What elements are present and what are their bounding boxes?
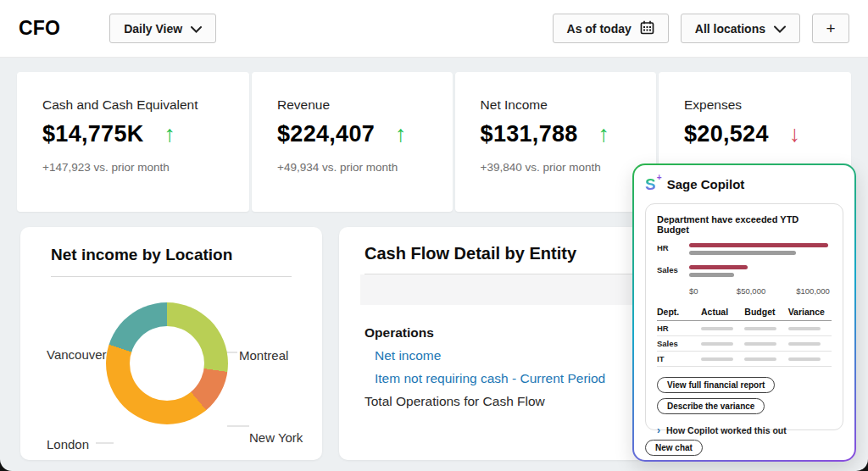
plus-icon: + <box>826 19 835 38</box>
cash-flow-row: Operations <box>364 325 654 341</box>
locations-dropdown[interactable]: All locations <box>681 14 800 43</box>
kpi-value: $20,524 <box>684 121 769 147</box>
variance-table-header: Dept.ActualBudgetVariance <box>657 307 832 321</box>
kpi-card-net-income: Net Income$131,788↑+39,840 vs. prior mon… <box>455 72 656 212</box>
kpi-delta: +147,923 vs. prior month <box>42 161 249 174</box>
donut-label-new-york: New York <box>249 430 303 445</box>
budget-bar <box>689 251 796 255</box>
kpi-label: Cash and Cash Equivalent <box>42 97 249 113</box>
cash-flow-row: Total Operations for Cash Flow <box>364 394 654 409</box>
cfo-dashboard: CFO Daily View As of today <box>0 0 868 471</box>
page-title: CFO <box>19 17 60 40</box>
cash-flow-link[interactable]: Net income <box>375 348 654 363</box>
copilot-insight-card: Department have exceeded YTD Budget HRSa… <box>645 203 843 430</box>
sage-copilot-panel: S + Sage Copilot Department have exceede… <box>632 163 856 462</box>
bar-pair <box>689 264 832 277</box>
kpi-value: $14,775K <box>42 121 144 147</box>
cash-flow-title: Cash Flow Detail by Entity <box>364 244 654 274</box>
value-placeholder <box>701 327 733 330</box>
sage-copilot-title: Sage Copilot <box>667 177 745 191</box>
arrow-up-icon: ↑ <box>164 123 176 146</box>
value-placeholder <box>744 357 776 361</box>
bar-pair <box>689 242 832 255</box>
new-chat-button[interactable]: New chat <box>645 440 703 456</box>
variance-header-actual: Actual <box>701 307 744 317</box>
donut-label-montreal: Montreal <box>239 348 288 363</box>
cash-flow-link[interactable]: Item not requiring cash - Current Period <box>375 371 654 386</box>
budget-chart-axis: $0$50,000$100,000 <box>689 286 832 296</box>
donut-label-london: London <box>47 437 89 452</box>
sage-copilot-header: S + Sage Copilot <box>645 176 843 192</box>
row-cell <box>788 327 832 330</box>
row-cell <box>701 357 744 361</box>
describe-the-variance-button[interactable]: Describe the variance <box>657 398 765 414</box>
kpi-label: Expenses <box>684 97 851 113</box>
value-placeholder <box>788 342 821 346</box>
locations-label: All locations <box>695 22 765 36</box>
table-row: HR <box>657 321 832 336</box>
cash-flow-detail-card: Cash Flow Detail by Entity OperationsNet… <box>339 227 654 460</box>
kpi-value-row: $20,524↓ <box>684 121 851 147</box>
table-row: Sales <box>657 336 832 352</box>
calendar-icon <box>640 20 654 37</box>
top-bar: CFO Daily View As of today <box>0 0 868 58</box>
add-widget-button[interactable]: + <box>812 14 849 43</box>
copilot-action-buttons: View full financial reportDescribe the v… <box>657 377 832 414</box>
axis-tick: $0 <box>689 286 698 296</box>
kpi-delta: +39,840 vs. prior month <box>481 161 656 174</box>
budget-chart-title: Department have exceeded YTD Budget <box>657 214 832 235</box>
donut-chart-title: Net income by Location <box>51 246 322 264</box>
kpi-value-row: $14,775K↑ <box>42 121 249 147</box>
table-row: IT <box>657 352 832 367</box>
row-label: IT <box>657 354 701 363</box>
kpi-value-row: $131,788↑ <box>481 121 656 147</box>
row-cell <box>701 327 744 330</box>
kpi-value: $224,407 <box>277 121 375 147</box>
budget-bar <box>689 273 734 277</box>
bar-row-label: HR <box>657 242 689 255</box>
budget-bar-row-sales: Sales <box>657 264 832 277</box>
axis-tick: $100,000 <box>796 286 830 296</box>
kpi-label: Net Income <box>481 97 656 113</box>
row-cell <box>744 327 787 330</box>
bar-row-label: Sales <box>657 264 689 277</box>
cash-flow-rows: OperationsNet incomeItem not requiring c… <box>364 325 654 409</box>
actual-bar <box>689 265 748 269</box>
daily-view-dropdown[interactable]: Daily View <box>109 14 216 43</box>
kpi-card-revenue: Revenue$224,407↑+49,934 vs. prior month <box>252 72 453 212</box>
how-copilot-worked-expander[interactable]: › How Copilot worked this out <box>657 425 832 435</box>
sage-copilot-icon: S + <box>645 176 661 192</box>
variance-header-dept: Dept. <box>657 307 701 317</box>
kpi-value: $131,788 <box>481 121 578 147</box>
as-of-label: As of today <box>567 22 632 36</box>
row-cell <box>788 357 832 361</box>
row-cell <box>744 342 787 346</box>
value-placeholder <box>788 327 821 330</box>
value-placeholder <box>701 357 733 361</box>
kpi-card-cash-and-cash-equivalent: Cash and Cash Equivalent$14,775K↑+147,92… <box>17 72 249 212</box>
arrow-up-icon: ↑ <box>395 123 407 146</box>
view-full-financial-report-button[interactable]: View full financial report <box>657 377 775 393</box>
net-income-by-location-card: Net income by Location MontrealNew YorkL… <box>20 227 322 460</box>
donut-chart[interactable] <box>106 302 228 424</box>
donut-chart-area: MontrealNew YorkLondonVancouver <box>20 277 322 459</box>
sage-copilot-inner: S + Sage Copilot Department have exceede… <box>634 165 854 460</box>
expander-label: How Copilot worked this out <box>666 425 787 435</box>
value-placeholder <box>744 327 776 330</box>
variance-header-variance: Variance <box>788 307 832 317</box>
value-placeholder <box>701 342 733 346</box>
chevron-right-icon: › <box>657 425 660 435</box>
cash-flow-header-band <box>360 274 654 305</box>
row-cell <box>701 342 744 346</box>
arrow-up-icon: ↑ <box>598 123 610 146</box>
variance-table-body: HRSalesIT <box>657 321 832 367</box>
value-placeholder <box>744 342 776 346</box>
top-bar-actions: As of today All locations <box>553 14 849 43</box>
chevron-down-icon <box>191 22 202 36</box>
row-label: HR <box>657 324 701 333</box>
arrow-down-icon: ↓ <box>789 123 801 146</box>
budget-bar-row-hr: HR <box>657 242 832 255</box>
as-of-date-button[interactable]: As of today <box>553 14 669 43</box>
kpi-delta: +49,934 vs. prior month <box>277 161 453 174</box>
new-chat-wrap: New chat <box>645 439 843 456</box>
